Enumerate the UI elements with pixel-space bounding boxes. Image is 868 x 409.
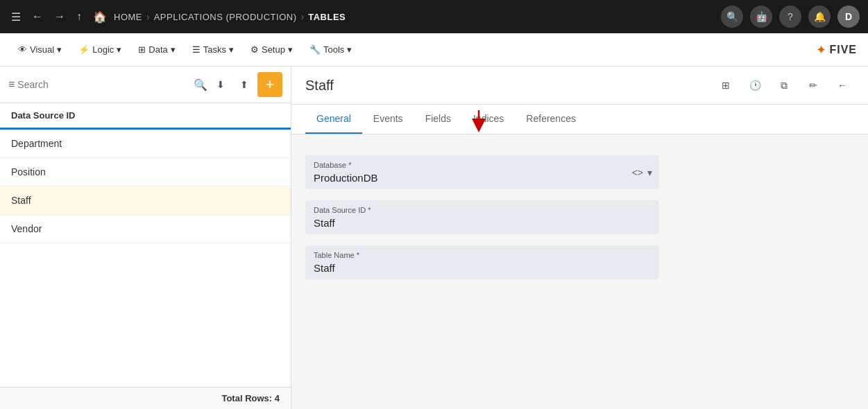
sidebar-footer: Total Rows: 4 <box>0 387 291 409</box>
tab-references[interactable]: References <box>515 105 587 134</box>
datasource-label: Data Source ID * <box>314 206 651 214</box>
code-icon[interactable]: <> <box>632 167 643 178</box>
list-item-department[interactable]: Department <box>0 130 291 158</box>
notifications-nav-btn[interactable]: 🔔 <box>808 6 831 28</box>
setup-icon: ⚙ <box>250 44 259 55</box>
setup-menu[interactable]: ⚙ Setup ▾ <box>244 40 300 59</box>
add-button[interactable]: + <box>257 72 282 97</box>
tasks-chevron: ▾ <box>229 44 234 55</box>
search-input[interactable] <box>17 79 191 90</box>
logic-chevron: ▾ <box>117 44 121 55</box>
visual-label: Visual <box>30 44 54 55</box>
data-icon: ⊞ <box>138 44 146 55</box>
database-field-actions: <> ▾ <box>632 167 652 178</box>
datasource-field: Data Source ID * Staff <box>305 200 659 234</box>
data-menu[interactable]: ⊞ Data ▾ <box>131 40 182 59</box>
tasks-menu[interactable]: ☰ Tasks ▾ <box>185 40 241 59</box>
tools-label: Tools <box>323 44 344 55</box>
tasks-icon: ☰ <box>192 44 201 55</box>
form-content: Database * ProductionDB <> ▾ Data Source… <box>291 134 868 409</box>
datasource-value[interactable]: Staff <box>314 217 651 229</box>
home-icon: 🏠 <box>90 8 110 26</box>
main-toolbar: 👁 Visual ▾ ⚡ Logic ▾ ⊞ Data ▾ ☰ Tasks ▾ … <box>0 33 868 67</box>
page-title: Staff <box>305 78 334 94</box>
logo-area: ✦ FIVE <box>816 42 857 58</box>
history-button[interactable]: 🕐 <box>743 73 767 97</box>
bot-nav-btn[interactable]: 🤖 <box>750 6 772 28</box>
grid-view-button[interactable]: ⊞ <box>714 73 738 97</box>
database-value[interactable]: ProductionDB <box>314 172 651 184</box>
breadcrumb: 🏠 HOME › APPLICATIONS (PRODUCTION) › TAB… <box>90 8 346 26</box>
tab-indices[interactable]: Indices <box>462 105 515 134</box>
tabs-container: General Events Fields Indices References <box>291 105 868 134</box>
help-nav-btn[interactable]: ? <box>779 6 801 28</box>
sidebar: ≡ 🔍 ⬇ ⬆ + Data Source ID Department Posi… <box>0 67 291 409</box>
tools-chevron: ▾ <box>347 44 352 55</box>
breadcrumb-sep2: › <box>301 11 305 22</box>
five-logo: ✦ FIVE <box>816 42 857 58</box>
content-area: Staff ⊞ 🕐 ⧉ ✏ ← General Events Fields <box>291 67 868 409</box>
list-item-vendor[interactable]: Vendor <box>0 215 291 243</box>
logic-icon: ⚡ <box>78 44 90 55</box>
list-item-staff[interactable]: Staff <box>0 186 291 215</box>
breadcrumb-sep1: › <box>146 11 150 22</box>
content-action-buttons: ⊞ 🕐 ⧉ ✏ ← <box>714 73 854 97</box>
top-navigation: ☰ ← → ↑ 🏠 HOME › APPLICATIONS (PRODUCTIO… <box>0 0 868 33</box>
visual-chevron: ▾ <box>57 44 62 55</box>
tab-general[interactable]: General <box>305 105 362 134</box>
back-icon[interactable]: ← <box>29 8 46 26</box>
search-nav-btn[interactable]: 🔍 <box>721 6 743 28</box>
up-icon[interactable]: ↑ <box>74 8 85 26</box>
content-header: Staff ⊞ 🕐 ⧉ ✏ ← <box>291 67 868 105</box>
tablename-label: Table Name * <box>314 251 651 259</box>
tabs-bar: General Events Fields Indices References <box>291 105 868 134</box>
list-item-position[interactable]: Position <box>0 158 291 186</box>
breadcrumb-apps[interactable]: APPLICATIONS (PRODUCTION) <box>154 12 297 22</box>
download-icon[interactable]: ⬇ <box>210 74 231 95</box>
breadcrumb-tables[interactable]: TABLES <box>308 12 346 22</box>
breadcrumb-home[interactable]: HOME <box>114 12 142 22</box>
forward-icon[interactable]: → <box>51 8 68 26</box>
setup-label: Setup <box>262 44 285 55</box>
top-nav-right: 🔍 🤖 ? 🔔 D <box>721 6 860 28</box>
sidebar-search-bar: ≡ 🔍 ⬇ ⬆ + <box>0 67 291 103</box>
data-label: Data <box>148 44 167 55</box>
tasks-label: Tasks <box>203 44 226 55</box>
logo-text: FIVE <box>829 44 857 56</box>
visual-menu[interactable]: 👁 Visual ▾ <box>11 40 69 59</box>
database-label: Database * <box>314 161 651 169</box>
tools-menu[interactable]: 🔧 Tools ▾ <box>303 40 359 59</box>
logo-star-icon: ✦ <box>816 42 826 58</box>
tablename-value[interactable]: Staff <box>314 262 651 274</box>
back-button[interactable]: ← <box>831 73 854 97</box>
logic-menu[interactable]: ⚡ Logic ▾ <box>71 40 128 59</box>
upload-icon[interactable]: ⬆ <box>234 74 255 95</box>
sidebar-items-list: Department Position Staff Vendor <box>0 130 291 387</box>
setup-chevron: ▾ <box>288 44 293 55</box>
filter-icon: ≡ <box>8 78 15 91</box>
avatar[interactable]: D <box>837 6 860 28</box>
sidebar-header: Data Source ID <box>0 103 291 130</box>
visual-icon: 👁 <box>18 44 27 55</box>
edit-button[interactable]: ✏ <box>801 73 825 97</box>
expand-icon[interactable]: ▾ <box>647 167 652 178</box>
menu-icon[interactable]: ☰ <box>8 8 24 26</box>
tab-fields[interactable]: Fields <box>414 105 462 134</box>
logic-label: Logic <box>92 44 114 55</box>
main-layout: ≡ 🔍 ⬇ ⬆ + Data Source ID Department Posi… <box>0 67 868 409</box>
tablename-field: Table Name * Staff <box>305 245 659 279</box>
tools-icon: 🔧 <box>309 44 321 55</box>
search-icon[interactable]: 🔍 <box>194 78 207 92</box>
tab-events[interactable]: Events <box>362 105 414 134</box>
database-field: Database * ProductionDB <> ▾ <box>305 155 659 189</box>
data-chevron: ▾ <box>171 44 176 55</box>
copy-button[interactable]: ⧉ <box>772 73 796 97</box>
